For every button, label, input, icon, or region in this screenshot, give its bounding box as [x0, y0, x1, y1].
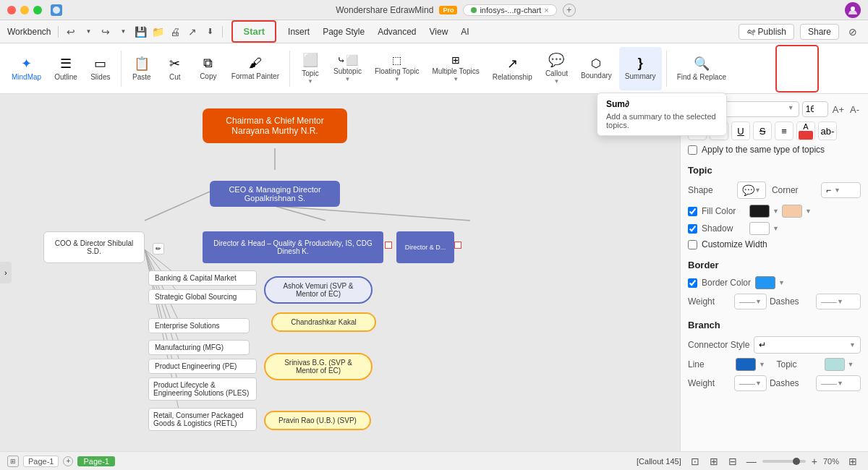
maximize-button[interactable]: [33, 6, 42, 14]
add-tab-button[interactable]: +: [563, 4, 576, 17]
shadow-swatch[interactable]: [749, 222, 770, 235]
shape-select[interactable]: 💬 ▼: [737, 181, 766, 199]
ai-menu[interactable]: AI: [455, 25, 475, 39]
undo-dropdown[interactable]: ▼: [80, 24, 96, 40]
node-ceo[interactable]: CEO & Managing Director Gopalkrishnan S.: [210, 181, 340, 207]
tool-cut[interactable]: ✂ Cut: [159, 47, 191, 90]
fullscreen-button[interactable]: ⊟: [725, 453, 741, 469]
customize-width-checkbox[interactable]: [688, 240, 697, 249]
node-pravin[interactable]: Pravin Rao (U.B.) (SVP): [264, 411, 371, 430]
export-button[interactable]: ↗: [184, 24, 200, 40]
tool-callout[interactable]: 💬 Callout ▼: [540, 47, 574, 90]
node-retail[interactable]: Retail, Consumer Packaged Goods & Logist…: [148, 408, 257, 431]
fill-color-checkbox[interactable]: [688, 207, 697, 216]
tool-summary[interactable]: } Summary: [619, 47, 662, 90]
redo-dropdown[interactable]: ▼: [115, 24, 131, 40]
underline-button[interactable]: U: [731, 121, 750, 140]
node-strategic[interactable]: Strategic Global Sourcing: [148, 289, 257, 304]
advanced-menu[interactable]: Advanced: [372, 25, 422, 39]
tool-paste[interactable]: 📋 Paste: [126, 47, 158, 90]
fill-dark-swatch[interactable]: [749, 205, 770, 218]
connector-style-select[interactable]: ↵ ▼: [754, 336, 861, 354]
branch-topic-swatch[interactable]: [825, 358, 845, 371]
strikethrough-button[interactable]: S: [753, 121, 772, 140]
tool-formatpainter[interactable]: 🖌 Format Painter: [226, 47, 285, 90]
apply-type-checkbox[interactable]: [688, 145, 697, 155]
border-weight-select[interactable]: —— ▼: [734, 294, 767, 309]
tool-boundary[interactable]: ⬡ Boundary: [575, 47, 618, 90]
tool-outline[interactable]: ☰ Outline: [48, 47, 83, 90]
expand-icon[interactable]: ⊞: [845, 453, 861, 469]
page-style-menu[interactable]: Page Style: [317, 25, 370, 39]
zoom-slider[interactable]: [762, 460, 806, 463]
fill-tan-swatch[interactable]: [782, 205, 802, 218]
active-page-indicator[interactable]: Page-1: [77, 456, 114, 466]
branch-line-color[interactable]: ▼: [736, 358, 773, 371]
workbench-label[interactable]: Workbench: [7, 27, 51, 37]
node-dir2[interactable]: Director & D...: [396, 231, 454, 263]
node-enterprise[interactable]: Enterprise Solutions: [148, 318, 250, 333]
fill-color-picker[interactable]: ▼ ▼: [749, 205, 861, 218]
user-avatar[interactable]: [845, 2, 861, 18]
print-button[interactable]: 🖨: [167, 24, 183, 40]
import-button[interactable]: ⬇: [202, 24, 218, 40]
font-size-input[interactable]: [802, 101, 828, 117]
node-chandrashkar[interactable]: Chandrashkar Kakal: [271, 312, 376, 332]
tool-mindmap[interactable]: ✦ MindMap: [6, 47, 47, 90]
border-color-checkbox[interactable]: [688, 278, 697, 288]
tool-findreplace[interactable]: 🔍 Find & Replace: [671, 47, 732, 90]
view-menu[interactable]: View: [424, 25, 454, 39]
node-root[interactable]: Chairman & Chief Mentor Narayana Murthy …: [203, 108, 347, 143]
tool-topic[interactable]: ⬜ Topic ▼: [294, 47, 326, 90]
corner-select[interactable]: ⌐ ▼: [821, 182, 861, 198]
minimize-button[interactable]: [20, 6, 29, 14]
border-color-picker[interactable]: ▼: [755, 276, 861, 289]
start-button[interactable]: Start: [231, 20, 276, 43]
node-coo[interactable]: COO & Director Shibulal S.D.: [43, 231, 145, 263]
tab-close-icon[interactable]: ×: [544, 6, 548, 14]
node-manufacturing[interactable]: Manufacturing (MFG): [148, 340, 250, 355]
panel-collapse-arrow[interactable]: ›: [0, 262, 12, 283]
tool-subtopic[interactable]: ⤷⬜ Subtopic ▼: [328, 47, 367, 90]
publish-button[interactable]: 🛩Publish: [739, 24, 794, 40]
page-indicator[interactable]: Page-1: [23, 456, 59, 467]
redo-button[interactable]: ↪: [98, 24, 114, 40]
branch-line-swatch[interactable]: [736, 358, 756, 371]
tool-relationship[interactable]: ↗ Relationship: [487, 47, 538, 90]
font-size-increase[interactable]: A+: [831, 103, 846, 116]
node-dir1[interactable]: Director & Head – Quality & Productivity…: [203, 231, 383, 263]
pages-icon[interactable]: ⊞: [7, 456, 19, 467]
share-button[interactable]: Share: [800, 24, 839, 40]
align-button[interactable]: ≡: [775, 121, 793, 140]
node-producteng[interactable]: Product Engineering (PE): [148, 359, 257, 374]
branch-weight-select[interactable]: —— ▼: [734, 375, 767, 391]
canvas[interactable]: › Chairman & Chief Mentor Narayana Murth…: [0, 94, 680, 451]
branch-topic-color[interactable]: ▼: [825, 358, 861, 371]
view-mode-button[interactable]: ⊞: [706, 453, 722, 469]
save-button[interactable]: 💾: [132, 24, 148, 40]
close-button[interactable]: [7, 6, 16, 14]
active-tab[interactable]: infosys-...rg-chart ×: [463, 4, 556, 16]
node-productlifecycle[interactable]: Product Lifecycle & Engineering Solution…: [148, 377, 257, 401]
add-page-button[interactable]: +: [63, 456, 73, 466]
font-size-decrease[interactable]: A-: [848, 103, 861, 116]
shadow-checkbox[interactable]: [688, 224, 697, 234]
text-style-button[interactable]: ab-: [818, 121, 837, 140]
tool-copy[interactable]: ⧉ Copy: [192, 47, 224, 90]
branch-dashes-select[interactable]: —— ▼: [816, 375, 861, 391]
tool-floatingtopic[interactable]: ⬚ Floating Topic ▼: [369, 47, 425, 90]
fit-page-button[interactable]: ⊡: [687, 453, 703, 469]
zoom-plus[interactable]: +: [812, 456, 817, 467]
zoom-minus[interactable]: —: [746, 456, 757, 467]
node-banking[interactable]: Banking & Capital Market: [148, 270, 257, 286]
node-ashok[interactable]: Ashok Vemuri (SVP & Mentor of EC): [264, 276, 373, 304]
border-dashes-select[interactable]: —— ▼: [816, 294, 861, 309]
undo-button[interactable]: ↩: [63, 24, 79, 40]
tool-slides[interactable]: ▭ Slides: [85, 47, 116, 90]
font-color-button[interactable]: A: [796, 121, 815, 140]
shadow-color-picker[interactable]: ▼: [749, 222, 861, 235]
help-button[interactable]: ⊘: [845, 24, 861, 40]
folder-button[interactable]: 📁: [150, 24, 166, 40]
tool-multipletopics[interactable]: ⊞ Multiple Topics ▼: [426, 47, 485, 90]
insert-menu[interactable]: Insert: [282, 25, 315, 39]
